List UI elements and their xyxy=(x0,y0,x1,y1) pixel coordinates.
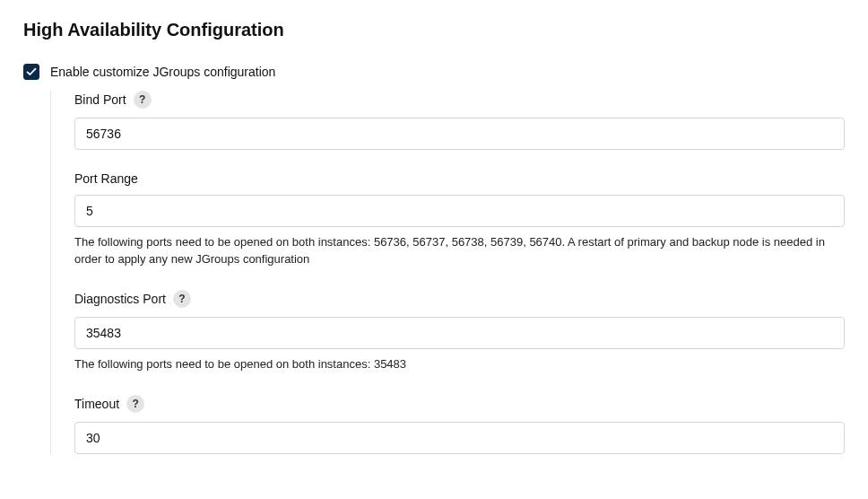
enable-row: Enable customize JGroups configuration xyxy=(23,64,845,80)
diagnostics-port-label-row: Diagnostics Port ? xyxy=(74,290,845,308)
port-range-group: Port Range The following ports need to b… xyxy=(74,171,845,290)
diagnostics-port-label: Diagnostics Port xyxy=(74,292,166,306)
timeout-group: Timeout ? xyxy=(74,395,845,454)
enable-label: Enable customize JGroups configuration xyxy=(50,65,275,79)
bind-port-group: Bind Port ? xyxy=(74,91,845,171)
port-range-help-text: The following ports need to be opened on… xyxy=(74,234,845,268)
help-icon[interactable]: ? xyxy=(126,395,144,413)
port-range-label-row: Port Range xyxy=(74,171,845,186)
diagnostics-port-help-text: The following ports need to be opened on… xyxy=(74,356,845,373)
fields-container: Bind Port ? Port Range The following por… xyxy=(50,91,845,454)
diagnostics-port-input[interactable] xyxy=(74,317,845,349)
timeout-input[interactable] xyxy=(74,422,845,454)
check-icon xyxy=(26,66,37,77)
timeout-label: Timeout xyxy=(74,397,119,411)
help-icon[interactable]: ? xyxy=(173,290,191,308)
port-range-input[interactable] xyxy=(74,195,845,227)
diagnostics-port-group: Diagnostics Port ? The following ports n… xyxy=(74,290,845,395)
help-icon[interactable]: ? xyxy=(134,91,152,109)
bind-port-label: Bind Port xyxy=(74,92,126,107)
page-title: High Availability Configuration xyxy=(23,20,845,40)
bind-port-label-row: Bind Port ? xyxy=(74,91,845,109)
timeout-label-row: Timeout ? xyxy=(74,395,845,413)
bind-port-input[interactable] xyxy=(74,118,845,150)
port-range-label: Port Range xyxy=(74,171,138,186)
enable-checkbox[interactable] xyxy=(23,64,39,80)
